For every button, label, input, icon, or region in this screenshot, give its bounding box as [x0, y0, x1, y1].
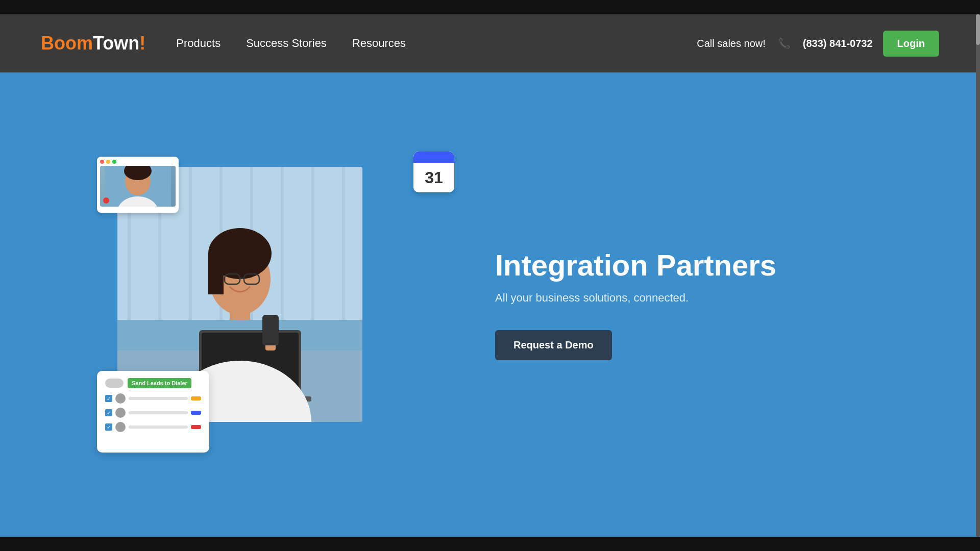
calendar-number: 31: [425, 168, 443, 187]
svg-rect-8: [311, 167, 314, 320]
dialer-row-3: ✓: [105, 422, 201, 432]
hero-content: Integration Partners All your business s…: [454, 249, 980, 361]
logo-boom: Boom: [41, 33, 93, 54]
checkbox-2[interactable]: ✓: [105, 409, 112, 416]
request-demo-button[interactable]: Request a Demo: [495, 330, 612, 360]
calendar-overlay: 31: [413, 152, 454, 192]
logo[interactable]: BoomTown!: [41, 33, 145, 54]
avatar-1: [115, 393, 126, 404]
dot-yellow: [106, 160, 110, 164]
navbar-left: BoomTown! Products Success Stories Resou…: [41, 33, 406, 54]
dialer-toggle[interactable]: [105, 379, 124, 388]
hero-image-area: 31 Send Leads to Dialer ✓ ✓: [97, 157, 454, 453]
phone-icon: 📞: [778, 37, 791, 49]
login-button[interactable]: Login: [883, 31, 939, 57]
dialer-overlay: Send Leads to Dialer ✓ ✓ ✓: [97, 371, 209, 453]
top-black-bar: [0, 0, 980, 14]
phone-number[interactable]: (833) 841-0732: [803, 38, 873, 49]
svg-rect-9: [342, 167, 345, 320]
logo-exclaim: !: [139, 33, 145, 54]
lead-bar-1: [129, 397, 188, 400]
status-dot-1: [191, 396, 201, 400]
navbar: BoomTown! Products Success Stories Resou…: [0, 14, 980, 72]
scrollbar-thumb[interactable]: [976, 14, 980, 45]
video-topbar: [100, 160, 176, 164]
video-call-overlay: [97, 157, 179, 213]
dot-red: [100, 160, 104, 164]
svg-rect-7: [281, 167, 284, 320]
svg-rect-23: [262, 315, 279, 345]
nav-success-stories[interactable]: Success Stories: [246, 37, 327, 50]
avatar-3: [115, 422, 126, 432]
navbar-right: Call sales now! 📞 (833) 841-0732 Login: [697, 31, 939, 57]
video-person-svg: [105, 166, 171, 207]
dot-green: [112, 160, 116, 164]
send-leads-button[interactable]: Send Leads to Dialer: [128, 378, 191, 388]
checkbox-3[interactable]: ✓: [105, 423, 112, 431]
nav-resources[interactable]: Resources: [352, 37, 406, 50]
hero-subtitle: All your business solutions, connected.: [495, 291, 689, 305]
nav-products[interactable]: Products: [176, 37, 220, 50]
dialer-row-2: ✓: [105, 408, 201, 418]
dialer-top: Send Leads to Dialer: [105, 378, 201, 388]
video-content: [100, 166, 176, 207]
calendar-header: [413, 152, 454, 163]
bottom-black-bar: [0, 537, 980, 551]
checkbox-1[interactable]: ✓: [105, 395, 112, 402]
logo-town: Town: [93, 33, 139, 54]
rec-indicator: [103, 197, 109, 204]
scrollbar[interactable]: [976, 14, 980, 537]
hero-section: 31 Send Leads to Dialer ✓ ✓: [0, 72, 980, 537]
status-dot-2: [191, 411, 201, 415]
dialer-row-1: ✓: [105, 393, 201, 404]
hero-title: Integration Partners: [495, 249, 776, 282]
svg-rect-18: [208, 254, 224, 294]
nav-links: Products Success Stories Resources: [176, 37, 406, 50]
svg-rect-4: [189, 167, 192, 320]
calendar-body: 31: [413, 163, 454, 192]
call-text: Call sales now!: [697, 38, 766, 49]
lead-bar-2: [129, 411, 188, 414]
avatar-2: [115, 408, 126, 418]
status-dot-3: [191, 425, 201, 429]
lead-bar-3: [129, 425, 188, 429]
